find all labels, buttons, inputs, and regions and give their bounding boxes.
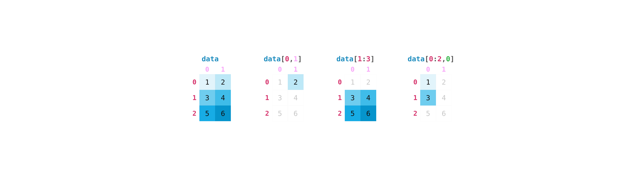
col-label-0: 0 (205, 65, 209, 73)
panel-title: data (202, 55, 219, 63)
cell-0-1: 2 (288, 74, 304, 90)
grid: 0 1 0 1 2 1 3 4 2 5 6 (262, 64, 304, 121)
cell-2-1: 6 (288, 105, 304, 121)
cell-1-0: 3 (420, 90, 436, 105)
row-label-1: 1 (338, 94, 342, 102)
title-token: data (202, 55, 219, 63)
cell-1-1: 4 (436, 90, 452, 105)
col-label-1: 1 (442, 65, 446, 73)
title-token: ] (450, 55, 454, 63)
title-token: : (362, 55, 366, 63)
row-label-0: 0 (265, 78, 269, 86)
title-token: 3 (366, 55, 370, 63)
title-token: 0 (446, 55, 450, 63)
diagram-container: data 0 1 0 1 2 1 3 4 2 5 6 data[0,1] 0 1… (190, 55, 454, 121)
col-label-1: 1 (221, 65, 225, 73)
title-token: : (433, 55, 438, 63)
title-token: 2 (438, 55, 442, 63)
cell-1-0: 3 (345, 90, 360, 105)
title-token: data (336, 55, 354, 63)
title-token: 0 (429, 55, 433, 63)
grid: 0 1 0 1 2 1 3 4 2 5 6 (335, 64, 376, 121)
title-token: [ (424, 55, 429, 63)
panel-title: data[0,1] (264, 55, 302, 63)
title-token: [ (354, 55, 358, 63)
cell-2-1: 6 (436, 105, 452, 121)
cell-1-1: 4 (288, 90, 304, 105)
cell-2-1: 6 (215, 105, 231, 121)
panel-title: data[0:2,0] (408, 55, 454, 63)
cell-0-0: 1 (345, 74, 360, 90)
title-token: 0 (285, 55, 290, 63)
cell-0-0: 1 (272, 74, 288, 90)
panel-title: data[1:3] (336, 55, 375, 63)
panel-data-0-2-0: data[0:2,0] 0 1 0 1 2 1 3 4 2 5 6 (408, 55, 454, 121)
cell-0-1: 2 (436, 74, 452, 90)
cell-2-0: 5 (420, 105, 436, 121)
grid: 0 1 0 1 2 1 3 4 2 5 6 (410, 64, 452, 121)
title-token: 1 (358, 55, 362, 63)
row-label-1: 1 (265, 94, 269, 102)
row-label-1: 1 (413, 94, 417, 102)
cell-1-0: 3 (272, 90, 288, 105)
cell-1-1: 4 (215, 90, 231, 105)
col-label-1: 1 (366, 65, 370, 73)
col-label-0: 0 (426, 65, 430, 73)
cell-1-0: 3 (200, 90, 215, 105)
cell-0-0: 1 (420, 74, 436, 90)
cell-2-0: 5 (345, 105, 360, 121)
cell-2-1: 6 (360, 105, 376, 121)
panel-data: data 0 1 0 1 2 1 3 4 2 5 6 (190, 55, 231, 121)
title-token: data (264, 55, 281, 63)
panel-data-1-3: data[1:3] 0 1 0 1 2 1 3 4 2 5 6 (335, 55, 376, 121)
row-label-2: 2 (192, 109, 196, 117)
title-token: [ (281, 55, 285, 63)
cell-2-0: 5 (272, 105, 288, 121)
cell-1-1: 4 (360, 90, 376, 105)
col-label-0: 0 (350, 65, 354, 73)
cell-0-1: 2 (360, 74, 376, 90)
title-token: , (289, 55, 294, 63)
row-label-2: 2 (265, 109, 269, 117)
cell-0-1: 2 (215, 74, 231, 90)
cell-0-0: 1 (200, 74, 215, 90)
grid: 0 1 0 1 2 1 3 4 2 5 6 (190, 64, 231, 121)
cell-2-0: 5 (200, 105, 215, 121)
row-label-0: 0 (413, 78, 417, 86)
col-label-1: 1 (294, 65, 298, 73)
row-label-0: 0 (338, 78, 342, 86)
panel-data-0-1: data[0,1] 0 1 0 1 2 1 3 4 2 5 6 (262, 55, 304, 121)
col-label-0: 0 (278, 65, 282, 73)
title-token: , (442, 55, 446, 63)
row-label-0: 0 (192, 78, 196, 86)
title-token: ] (370, 55, 375, 63)
row-label-1: 1 (192, 94, 196, 102)
row-label-2: 2 (338, 109, 342, 117)
title-token: ] (298, 55, 302, 63)
row-label-2: 2 (413, 109, 417, 117)
title-token: data (408, 55, 425, 63)
title-token: 1 (294, 55, 298, 63)
